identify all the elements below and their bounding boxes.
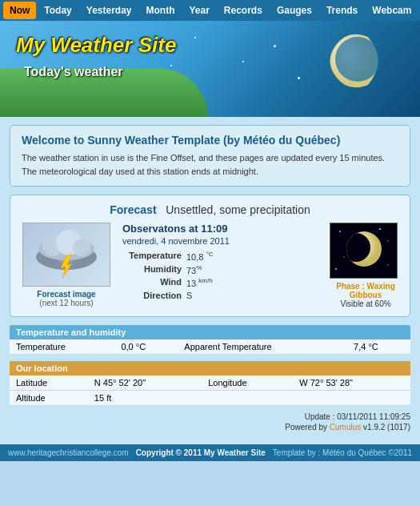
temp-humidity-row: Temperature 0,0 °C Apparent Temperature … bbox=[10, 339, 410, 355]
footer: www.heritagechristiancollege.com Copyrig… bbox=[0, 444, 420, 461]
svg-point-15 bbox=[343, 256, 345, 258]
welcome-box: Welcome to Sunny Weather Template (by Mé… bbox=[10, 125, 410, 187]
obs-wind-row: Wind 13 km/h bbox=[122, 277, 322, 288]
obs-temperature-label: Temperature bbox=[122, 251, 186, 262]
latitude-label: Latitude bbox=[10, 375, 88, 391]
footer-center: Copyright © 2011 My Weather Site bbox=[136, 448, 266, 457]
temp-label: Temperature bbox=[10, 339, 114, 355]
star bbox=[274, 45, 276, 47]
footer-right: Template by : Météo du Québec ©2011 bbox=[273, 448, 412, 457]
site-title: My Weather Site bbox=[16, 33, 176, 58]
nav-item-now[interactable]: Now bbox=[3, 2, 36, 19]
star bbox=[170, 65, 172, 66]
obs-temperature-row: Temperature 10,8 °C bbox=[122, 251, 322, 262]
forecast-image bbox=[22, 223, 110, 287]
obs-wind-label: Wind bbox=[122, 277, 186, 288]
nav-item-yesterday[interactable]: Yesterday bbox=[80, 2, 138, 19]
header-banner: My Weather Site Today's weather bbox=[0, 21, 420, 117]
forecast-header: Forecast Unsettled, some precipitation bbox=[18, 203, 402, 216]
moon-section: Phase : Waxing Gibbous Visible at 60% bbox=[330, 223, 402, 308]
obs-title: Observatons at 11:09 bbox=[122, 223, 322, 235]
welcome-line2: The meteorological day used at this stat… bbox=[22, 167, 258, 176]
svg-point-13 bbox=[379, 228, 381, 230]
powered-line: Powered by Cumulus v1.9.2 (1017) bbox=[10, 423, 410, 432]
location-row-1: Latitude N 45° 52' 20" Longitude W 72° 5… bbox=[10, 375, 410, 391]
apparent-temp-label: Apparent Temperature bbox=[178, 339, 347, 355]
forecast-image-section: Forecast image (next 12 hours) bbox=[18, 223, 114, 307]
obs-temperature-value: 10,8 °C bbox=[186, 251, 213, 262]
obs-humidity-row: Humidity 73% bbox=[122, 264, 322, 275]
moon-phase-label: Phase : Waxing Gibbous bbox=[330, 282, 402, 299]
moon-image bbox=[330, 223, 398, 279]
powered-pre: Powered by bbox=[285, 423, 330, 432]
welcome-text: The weather station in use is the Fine O… bbox=[22, 151, 398, 178]
location-label: Our location bbox=[10, 361, 410, 375]
forecast-box: Forecast Unsettled, some precipitation bbox=[10, 195, 410, 317]
svg-point-16 bbox=[387, 264, 389, 266]
location-header: Our location bbox=[10, 361, 410, 375]
temp-humidity-header: Temperature and humidity bbox=[10, 325, 410, 339]
welcome-title: Welcome to Sunny Weather Template (by Mé… bbox=[22, 134, 398, 147]
forecast-body: Forecast image (next 12 hours) Observato… bbox=[18, 223, 402, 308]
location-table: Our location Latitude N 45° 52' 20" Long… bbox=[10, 361, 410, 406]
nav-bar: NowTodayYesterdayMonthYearRecordsGaugesT… bbox=[0, 0, 420, 21]
star bbox=[298, 77, 300, 79]
longitude-value: W 72° 53' 28" bbox=[293, 375, 410, 391]
nav-item-year[interactable]: Year bbox=[183, 2, 216, 19]
location-row-2: Altitude 15 ft bbox=[10, 391, 410, 406]
longitude-label: Longitude bbox=[202, 375, 293, 391]
site-subtitle: Today's weather bbox=[24, 65, 123, 79]
svg-point-11 bbox=[339, 231, 341, 232]
update-line: Update : 03/11/2011 11:09:25 bbox=[10, 412, 410, 421]
obs-direction-value: S bbox=[186, 291, 192, 300]
nav-item-trends[interactable]: Trends bbox=[320, 2, 364, 19]
temp-humidity-table: Temperature and humidity Temperature 0,0… bbox=[10, 325, 410, 355]
obs-humidity-value: 73% bbox=[186, 264, 202, 275]
obs-direction-label: Direction bbox=[122, 291, 186, 300]
nav-item-today[interactable]: Today bbox=[38, 2, 78, 19]
svg-point-0 bbox=[335, 37, 380, 82]
forecast-label: Forecast bbox=[110, 203, 156, 216]
nav-item-month[interactable]: Month bbox=[140, 2, 182, 19]
nav-item-gauges[interactable]: Gauges bbox=[270, 2, 318, 19]
moon-phase-sub: Visible at 60% bbox=[330, 299, 402, 308]
forecast-img-sub: (next 12 hours) bbox=[18, 299, 114, 307]
obs-wind-value: 13 km/h bbox=[186, 277, 213, 288]
star bbox=[194, 37, 196, 38]
nav-item-webcam[interactable]: Webcam bbox=[366, 2, 418, 19]
obs-date: vendredi, 4 novembre 2011 bbox=[122, 236, 322, 246]
svg-point-14 bbox=[387, 240, 389, 242]
cumulus-link[interactable]: Cumulus bbox=[330, 423, 361, 432]
obs-humidity-label: Humidity bbox=[122, 264, 186, 275]
powered-post: v1.9.2 (1017) bbox=[361, 423, 410, 432]
svg-point-17 bbox=[335, 268, 337, 270]
star bbox=[242, 61, 244, 62]
latitude-value: N 45° 52' 20" bbox=[88, 375, 202, 391]
nav-item-records[interactable]: Records bbox=[218, 2, 269, 19]
observations-section: Observatons at 11:09 vendredi, 4 novembr… bbox=[122, 223, 322, 303]
altitude-label: Altitude bbox=[10, 391, 88, 406]
moon-graphic bbox=[324, 29, 388, 93]
footer-left: www.heritagechristiancollege.com bbox=[8, 448, 129, 457]
main-content: Welcome to Sunny Weather Template (by Mé… bbox=[0, 117, 420, 444]
forecast-condition: Unsettled, some precipitation bbox=[166, 203, 310, 216]
obs-direction-row: Direction S bbox=[122, 291, 322, 300]
altitude-value: 15 ft bbox=[88, 391, 202, 406]
svg-point-8 bbox=[73, 239, 90, 256]
temp-humidity-label: Temperature and humidity bbox=[10, 325, 410, 339]
temp-value: 0,0 °C bbox=[114, 339, 178, 355]
apparent-temp-value: 7,4 °C bbox=[347, 339, 410, 355]
welcome-line1: The weather station in use is the Fine O… bbox=[22, 153, 385, 163]
forecast-img-label: Forecast image bbox=[18, 290, 114, 299]
